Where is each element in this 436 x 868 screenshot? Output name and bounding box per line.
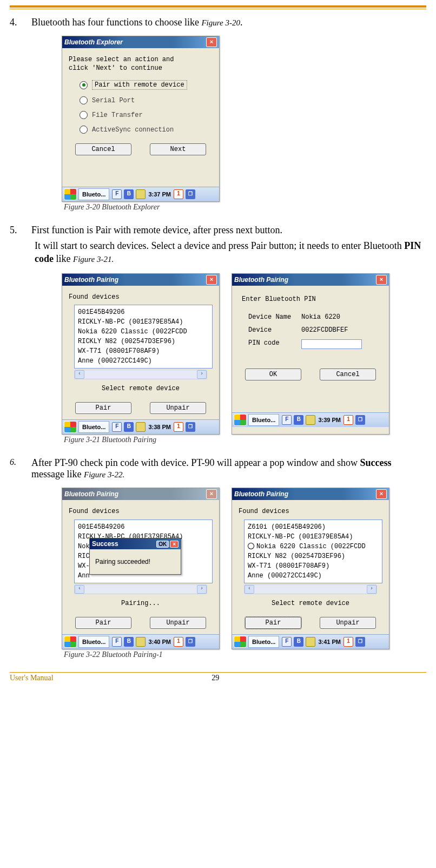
list-item[interactable]: Anne (000272CC149C) bbox=[78, 356, 209, 366]
list-item[interactable]: 001E45B49206 bbox=[78, 522, 209, 532]
radio-activesync[interactable]: ActiveSync connection bbox=[80, 126, 213, 134]
taskbar-app-button[interactable]: Blueto... bbox=[78, 636, 109, 648]
battery-icon[interactable] bbox=[306, 415, 315, 425]
radio-pair-remote[interactable]: Pair with remote device bbox=[80, 80, 213, 90]
bluetooth-icon[interactable]: B bbox=[124, 637, 134, 647]
unpair-button[interactable]: Unpair bbox=[320, 617, 376, 629]
scroll-right-icon[interactable]: › bbox=[197, 370, 207, 379]
windows-cascade-icon[interactable]: ❐ bbox=[355, 415, 365, 425]
scroll-left-icon[interactable]: ‹ bbox=[245, 585, 254, 594]
window-title: Bluetooth Pairing bbox=[234, 490, 288, 498]
footer-left: User's Manual bbox=[10, 674, 54, 682]
taskbar-app-button[interactable]: Blueto... bbox=[78, 421, 109, 433]
list-item[interactable]: RICKLY-NB-PC (001E379E85A4) bbox=[78, 317, 209, 327]
bluetooth-icon[interactable]: B bbox=[294, 637, 303, 647]
page-footer: User's Manual 29 bbox=[10, 673, 426, 686]
battery-icon[interactable] bbox=[136, 189, 146, 199]
list-item[interactable]: WX-T71 (08001F708AF9) bbox=[78, 346, 209, 356]
list-item[interactable]: RICKLY-NB-PC (001E379E85A4) bbox=[248, 532, 379, 542]
keyboard-f-icon[interactable]: F bbox=[282, 415, 292, 425]
list-item[interactable]: Nokia 6220 Classic (0022FCDD bbox=[248, 542, 379, 551]
titlebar: Bluetooth Pairing × bbox=[232, 274, 389, 286]
taskbar-app-button[interactable]: Blueto... bbox=[78, 188, 109, 200]
popup-close-icon[interactable]: × bbox=[170, 541, 179, 548]
device-addr-value: 0022FCDDBFEF bbox=[301, 326, 348, 334]
figure-3-22-caption: Figure 3-22 Bluetooth Pairing-1 bbox=[64, 650, 426, 659]
scroll-left-icon[interactable]: ‹ bbox=[75, 585, 84, 594]
pair-button[interactable]: Pair bbox=[75, 402, 131, 414]
keyboard-f-icon[interactable]: F bbox=[112, 189, 122, 199]
horizontal-scrollbar[interactable]: ‹ › bbox=[74, 370, 207, 379]
radio-serial-port[interactable]: Serial Port bbox=[80, 96, 213, 104]
header-rule-thin bbox=[10, 9, 426, 9]
taskbar-app-button[interactable]: Blueto... bbox=[248, 636, 279, 648]
close-icon[interactable]: × bbox=[206, 37, 217, 47]
battery-icon[interactable] bbox=[306, 637, 315, 647]
start-icon[interactable] bbox=[234, 414, 247, 426]
input-1-icon[interactable]: 1 bbox=[174, 189, 183, 199]
scroll-right-icon[interactable]: › bbox=[367, 585, 376, 594]
start-icon[interactable] bbox=[64, 188, 77, 200]
windows-cascade-icon[interactable]: ❐ bbox=[355, 637, 365, 647]
popup-message: Pairing succeeded! bbox=[90, 549, 181, 574]
horizontal-scrollbar[interactable]: ‹ › bbox=[244, 584, 377, 594]
start-icon[interactable] bbox=[64, 636, 77, 648]
list-item[interactable]: Z610i (001E45B49206) bbox=[248, 522, 379, 532]
pair-button[interactable]: Pair bbox=[75, 617, 131, 629]
start-icon[interactable] bbox=[64, 421, 77, 433]
popup-titlebar: Success OK × bbox=[90, 538, 181, 549]
popup-ok-button[interactable]: OK bbox=[156, 541, 169, 548]
dialog-instruction-1: Please select an action and bbox=[69, 56, 213, 64]
step-5-line2: It will start to search devices. Select … bbox=[35, 239, 426, 266]
scroll-left-icon[interactable]: ‹ bbox=[75, 370, 84, 379]
next-button[interactable]: Next bbox=[150, 143, 206, 155]
horizontal-scrollbar[interactable]: ‹ › bbox=[74, 584, 207, 594]
battery-icon[interactable] bbox=[136, 637, 146, 647]
pair-button[interactable]: Pair bbox=[245, 617, 301, 629]
list-item[interactable]: RICKLY N82 (002547D3EF96) bbox=[248, 551, 379, 561]
input-1-icon[interactable]: 1 bbox=[343, 415, 353, 425]
start-icon[interactable] bbox=[234, 636, 247, 648]
dialog-instruction: Please select an action and click 'Next'… bbox=[69, 56, 213, 73]
list-item[interactable]: Nokia 6220 Classic (0022FCDD bbox=[78, 327, 209, 337]
keyboard-f-icon[interactable]: F bbox=[112, 422, 122, 432]
step-4: 4. Bluetooth has four functions to choos… bbox=[10, 17, 426, 28]
unpair-button[interactable]: Unpair bbox=[150, 402, 206, 414]
bluetooth-icon[interactable]: B bbox=[294, 415, 303, 425]
pin-code-input[interactable] bbox=[301, 339, 362, 349]
list-item[interactable]: RICKLY N82 (002547D3EF96) bbox=[78, 337, 209, 346]
radio-file-transfer[interactable]: File Transfer bbox=[80, 111, 213, 119]
bluetooth-icon[interactable]: B bbox=[124, 189, 134, 199]
close-icon[interactable]: × bbox=[376, 489, 387, 499]
radio-label: ActiveSync connection bbox=[92, 126, 174, 134]
list-item[interactable]: Anne (000272CC149C) bbox=[248, 571, 379, 581]
input-1-icon[interactable]: 1 bbox=[343, 637, 353, 647]
close-icon[interactable]: × bbox=[206, 275, 217, 285]
close-icon[interactable]: × bbox=[206, 489, 217, 499]
figref-3-20: Figure 3-20 bbox=[201, 18, 240, 27]
radio-label: File Transfer bbox=[92, 111, 143, 119]
scroll-right-icon[interactable]: › bbox=[197, 585, 207, 594]
input-1-icon[interactable]: 1 bbox=[174, 422, 183, 432]
windows-cascade-icon[interactable]: ❐ bbox=[186, 637, 195, 647]
list-item[interactable]: WX-T71 (08001F708AF9) bbox=[248, 561, 379, 571]
keyboard-f-icon[interactable]: F bbox=[112, 637, 122, 647]
battery-icon[interactable] bbox=[136, 422, 146, 432]
keyboard-f-icon[interactable]: F bbox=[282, 637, 292, 647]
dialog-instruction-2: click 'Next' to continue bbox=[69, 64, 213, 73]
cancel-button[interactable]: Cancel bbox=[75, 143, 131, 155]
taskbar: Blueto... F B 3:40 PM 1 ❐ bbox=[62, 634, 219, 649]
radio-label: Pair with remote device bbox=[92, 80, 187, 90]
cancel-button[interactable]: Cancel bbox=[320, 369, 376, 380]
windows-cascade-icon[interactable]: ❐ bbox=[186, 422, 195, 432]
taskbar-app-button[interactable]: Blueto... bbox=[248, 414, 279, 426]
device-listbox[interactable]: 001E45B49206 RICKLY-NB-PC (001E379E85A4)… bbox=[74, 305, 213, 369]
input-1-icon[interactable]: 1 bbox=[174, 637, 183, 647]
device-listbox[interactable]: Z610i (001E45B49206) RICKLY-NB-PC (001E3… bbox=[244, 520, 382, 583]
list-item[interactable]: 001E45B49206 bbox=[78, 307, 209, 317]
windows-cascade-icon[interactable]: ❐ bbox=[186, 189, 195, 199]
close-icon[interactable]: × bbox=[376, 275, 387, 285]
ok-button[interactable]: OK bbox=[245, 369, 301, 380]
bluetooth-icon[interactable]: B bbox=[124, 422, 134, 432]
unpair-button[interactable]: Unpair bbox=[150, 617, 206, 629]
